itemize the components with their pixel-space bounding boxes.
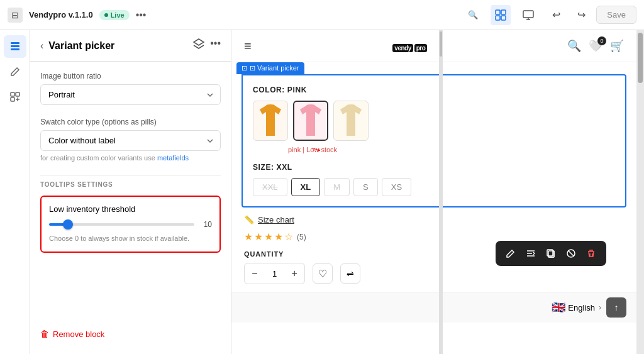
site-wishlist-icon[interactable]: 🤍 0 xyxy=(589,39,602,53)
size-m[interactable]: M xyxy=(324,178,350,196)
variant-picker-tag-icon: ⊡ xyxy=(242,64,247,72)
site-cart-icon[interactable]: 🛒 xyxy=(610,39,624,53)
quantity-value: 1 xyxy=(265,269,284,279)
slider-row: 10 xyxy=(49,220,212,229)
panel-header: ‹ Variant picker ••• xyxy=(30,30,231,62)
image-ratio-field: Image button ratio Portrait Landscape Sq… xyxy=(40,72,221,105)
preview-area: ≡ vendypro 🔍 🤍 0 🛒 ⊡ ⊡ Variant pic xyxy=(231,30,644,354)
toolbar-delete-icon[interactable] xyxy=(582,245,600,262)
preview-scroll-thumb[interactable] xyxy=(638,33,643,83)
site-logo: vendypro xyxy=(391,38,427,54)
redo-button[interactable]: ↪ xyxy=(571,5,591,25)
image-ratio-select[interactable]: Portrait Landscape Square xyxy=(40,84,221,105)
ruler-icon: 📏 xyxy=(244,215,254,224)
panel-header-actions: ••• xyxy=(192,38,221,53)
exchange-button[interactable]: ⇌ xyxy=(340,263,360,284)
size-xs[interactable]: XS xyxy=(382,178,411,196)
undo-button[interactable]: ↩ xyxy=(546,5,566,25)
metafields-link[interactable]: metafields xyxy=(157,154,189,162)
variant-section: COLOR: PINK xyxy=(242,74,626,207)
size-xl[interactable]: XL xyxy=(291,178,321,196)
variant-picker-tag[interactable]: ⊡ ⊡ Variant picker xyxy=(236,62,304,74)
sidebar-item-add-block[interactable] xyxy=(4,86,26,108)
shirt-beige-svg xyxy=(338,104,364,137)
size-chart-label[interactable]: Size chart xyxy=(258,215,294,224)
color-label: COLOR: PINK xyxy=(253,86,615,94)
monitor-icon-btn[interactable] xyxy=(518,5,538,25)
variant-picker-tag-label: ⊡ Variant picker xyxy=(250,64,299,72)
topbar-right: ↩ ↪ Save xyxy=(546,5,636,25)
panel-content: Image button ratio Portrait Landscape Sq… xyxy=(30,62,231,319)
topbar-left: ⊟ Vendypro v.1.1.0 Live ••• xyxy=(8,8,455,23)
size-s[interactable]: S xyxy=(353,178,378,196)
shirt-orange-svg xyxy=(257,104,284,137)
panel-title: Variant picker xyxy=(48,40,187,52)
shirt-pink-svg xyxy=(297,104,324,137)
svg-rect-7 xyxy=(11,48,19,50)
quantity-control: − 1 + xyxy=(244,263,305,284)
topbar: ⊟ Vendypro v.1.1.0 Live ••• 🔍 ↩ ↪ Save xyxy=(0,0,644,30)
more-panel-options[interactable]: ••• xyxy=(210,38,221,53)
toolbar-copy-icon[interactable] xyxy=(542,245,560,262)
grid-select-icon-btn[interactable] xyxy=(491,5,511,25)
svg-rect-2 xyxy=(496,16,500,20)
svg-rect-1 xyxy=(501,10,506,14)
swatch-pink-content xyxy=(297,104,324,137)
settings-panel: ‹ Variant picker ••• Image button ratio … xyxy=(30,30,231,354)
swatch-orange[interactable] xyxy=(253,101,288,141)
scroll-up-button[interactable]: ↑ xyxy=(606,297,626,318)
hamburger-icon[interactable]: ≡ xyxy=(244,39,252,53)
site-header: ≡ vendypro 🔍 🤍 0 🛒 xyxy=(231,30,636,62)
low-stock-arrow: → xyxy=(307,139,326,159)
flag-icon: 🇬🇧 xyxy=(552,301,565,314)
toolbar-align-icon[interactable] xyxy=(522,245,540,262)
threshold-value: 10 xyxy=(199,220,212,229)
sidebar-item-edit[interactable] xyxy=(4,60,26,83)
svg-rect-9 xyxy=(16,92,19,96)
quantity-minus-button[interactable]: − xyxy=(245,263,265,284)
toolbar-block-icon[interactable] xyxy=(562,245,580,262)
app-title: Vendypro v.1.1.0 xyxy=(29,10,93,19)
swatch-type-select[interactable]: Color without label Color with label Tex… xyxy=(40,130,221,151)
more-options-button[interactable]: ••• xyxy=(136,9,147,21)
remove-block-button[interactable]: 🗑 Remove block xyxy=(30,324,231,344)
lang-chevron-icon: › xyxy=(599,303,601,312)
svg-rect-6 xyxy=(11,45,19,47)
divider xyxy=(40,175,221,176)
threshold-slider[interactable] xyxy=(49,223,194,226)
live-dot xyxy=(104,13,108,17)
color-swatches xyxy=(253,101,615,141)
quantity-plus-button[interactable]: + xyxy=(284,263,304,284)
swatch-note-area: pink | Low stock → xyxy=(253,145,615,154)
svg-rect-10 xyxy=(11,97,14,101)
back-button[interactable]: ‹ xyxy=(40,40,43,52)
save-button[interactable]: Save xyxy=(596,6,636,24)
site-search-icon[interactable]: 🔍 xyxy=(567,39,581,53)
variant-picker-wrapper: ⊡ ⊡ Variant picker COLOR: PINK xyxy=(231,62,636,207)
preview-content: ≡ vendypro 🔍 🤍 0 🛒 ⊡ ⊡ Variant pic xyxy=(231,30,636,354)
search-icon-btn[interactable]: 🔍 xyxy=(463,5,483,25)
remove-block-area: 🗑 Remove block xyxy=(30,319,231,354)
star-3: ★ xyxy=(264,231,273,243)
live-badge: Live xyxy=(99,10,130,20)
star-5-half: ☆ xyxy=(284,231,293,243)
topbar-center-icons: 🔍 xyxy=(463,5,538,25)
swatch-pink[interactable] xyxy=(293,101,328,141)
svg-rect-4 xyxy=(523,11,533,18)
size-chart-row: 📏 Size chart xyxy=(244,215,624,224)
size-xxl[interactable]: XXL xyxy=(253,178,287,196)
main-content: ‹ Variant picker ••• Image button ratio … xyxy=(0,30,644,354)
swatch-beige[interactable] xyxy=(333,101,369,141)
toolbar-edit-icon[interactable] xyxy=(502,245,519,262)
star-4: ★ xyxy=(274,231,283,243)
sidebar-item-layers[interactable] xyxy=(4,35,26,58)
layers-icon[interactable] xyxy=(192,38,205,53)
svg-rect-5 xyxy=(11,42,19,44)
preview-scrollbar[interactable] xyxy=(636,30,644,354)
review-count[interactable]: (5) xyxy=(297,233,306,241)
size-options: XXL XL M S XS xyxy=(253,178,615,196)
floating-toolbar xyxy=(496,241,606,266)
wishlist-button[interactable]: ♡ xyxy=(313,263,333,284)
sidebar-toggle-icon[interactable]: ⊟ xyxy=(8,8,23,23)
svg-rect-3 xyxy=(501,16,506,20)
